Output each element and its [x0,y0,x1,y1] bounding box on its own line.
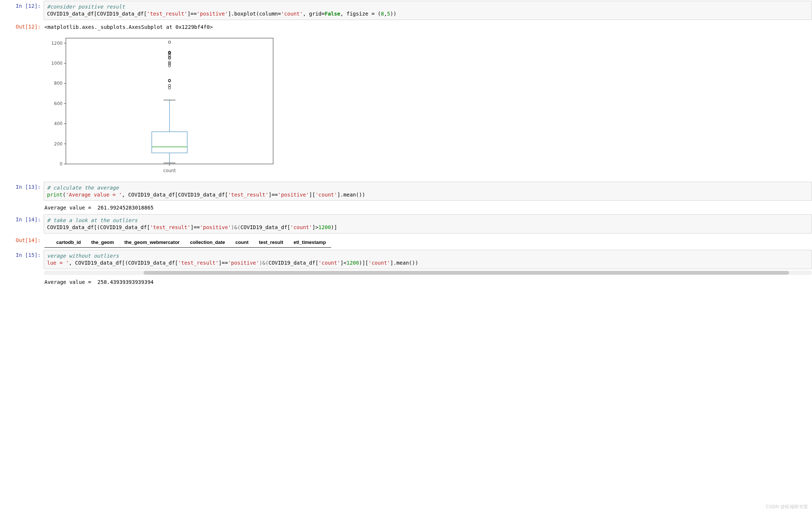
svg-text:1200: 1200 [51,40,63,46]
column-header: the_geom [86,237,119,248]
cell-14-input: In [14]: # take a look at the outliers C… [0,214,812,234]
cell-13-output: Average value = 261.99245283018865 [0,201,812,214]
in-prompt-15: In [15]: [0,250,44,260]
svg-text:count: count [163,168,176,173]
svg-point-24 [168,84,171,86]
comment: # calculate the average [47,185,119,191]
code-input-15[interactable]: verage without outliers lue = ', COVID19… [44,250,812,269]
in-prompt-12: In [12]: [0,1,44,11]
dataframe-table: cartodb_idthe_geomthe_geom_webmercatorco… [44,237,331,248]
cell-15-input: In [15]: verage without outliers lue = '… [0,249,812,276]
code-input-14[interactable]: # take a look at the outliers COVID19_da… [44,214,812,234]
svg-text:600: 600 [54,101,63,106]
in-prompt-14: In [14]: [0,214,44,225]
stdout-15: Average value = 258.43939393939394 [44,276,812,287]
output-repr-12: <matplotlib.axes._subplots.AxesSubplot a… [44,21,812,32]
column-header: etl_timestamp [288,237,331,248]
comment: # take a look at the outliers [47,217,137,223]
index-header [44,237,51,248]
code-input-12[interactable]: #consider positive result COVID19_data_d… [44,1,812,20]
svg-text:1000: 1000 [51,61,63,66]
svg-text:0: 0 [60,161,63,167]
column-header: collection_date [185,237,230,248]
column-header: count [230,237,254,248]
cell-12-input: In [12]: #consider positive result COVID… [0,0,812,21]
in-prompt-13: In [13]: [0,182,44,192]
svg-text:200: 200 [54,141,63,146]
svg-text:800: 800 [54,81,63,86]
cell-15-output: Average value = 258.43939393939394 [0,276,812,288]
out-prompt-12: Out[12]: [0,21,44,32]
column-header: the_geom_webmercator [119,237,185,248]
cell-12-output: Out[12]: <matplotlib.axes._subplots.Axes… [0,21,812,181]
comment: #consider positive result [47,4,125,10]
cell-13-input: In [13]: # calculate the average print('… [0,181,812,202]
svg-point-23 [168,87,171,89]
svg-text:400: 400 [54,121,63,126]
column-header: test_result [254,237,288,248]
svg-point-36 [168,41,171,43]
boxplot-figure: 020040060080010001200count [44,32,812,180]
cell-14-output: Out[14]: cartodb_idthe_geomthe_geom_webm… [0,234,812,249]
stdout-13: Average value = 261.99245283018865 [44,202,812,213]
column-header: cartodb_id [51,237,86,248]
svg-rect-21 [152,132,187,153]
comment: verage without outliers [47,253,119,259]
out-prompt-14: Out[14]: [0,235,44,245]
svg-point-29 [168,61,171,63]
horizontal-scrollbar[interactable] [44,271,812,275]
code-input-13[interactable]: # calculate the average print('Average v… [44,182,812,201]
